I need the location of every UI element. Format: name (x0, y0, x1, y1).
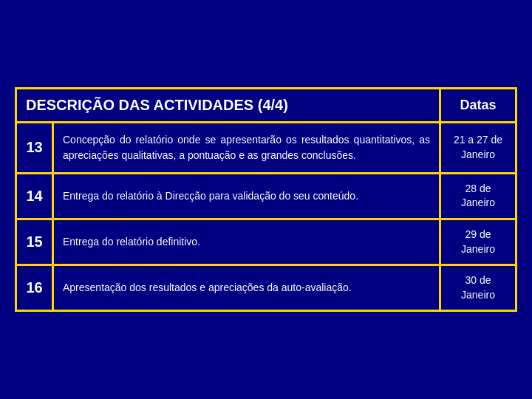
row-number-cell: 15 (17, 220, 54, 264)
row-description: Concepção do relatório onde se apresenta… (63, 132, 430, 163)
row-date: 29 de Janeiro (447, 228, 509, 256)
table-row: 13 Concepção do relatório onde se aprese… (17, 123, 515, 174)
table-row: 14 Entrega do relatório à Direcção para … (17, 174, 515, 220)
row-date: 30 de Janeiro (447, 273, 509, 302)
row-description-cell: Concepção do relatório onde se apresenta… (54, 123, 441, 172)
row-description-cell: Entrega do relatório definitivo. (54, 220, 441, 264)
row-date: 28 de Janeiro (447, 182, 509, 211)
main-table: DESCRIÇÃO DAS ACTIVIDADES (4/4) Datas 13… (15, 87, 517, 313)
table-row: 16 Apresentação dos resultados e aprecia… (17, 266, 515, 310)
row-number-cell: 16 (17, 266, 54, 310)
row-number-cell: 14 (17, 174, 54, 218)
row-description-cell: Apresentação dos resultados e apreciaçõe… (54, 266, 441, 310)
row-description: Entrega do relatório à Direcção para val… (63, 188, 358, 204)
dates-column-header: Datas (460, 98, 496, 113)
table-title: DESCRIÇÃO DAS ACTIVIDADES (4/4) (26, 97, 288, 113)
row-date: 21 a 27 de Janeiro (447, 133, 509, 162)
row-number: 14 (26, 188, 42, 205)
row-date-cell: 29 de Janeiro (441, 220, 515, 264)
table-header: DESCRIÇÃO DAS ACTIVIDADES (4/4) Datas (17, 89, 515, 123)
row-date-cell: 21 a 27 de Janeiro (441, 123, 515, 172)
row-number: 16 (26, 279, 42, 296)
row-description: Entrega do relatório definitivo. (63, 234, 200, 250)
row-description: Apresentação dos resultados e apreciaçõe… (63, 280, 352, 296)
row-description-cell: Entrega do relatório à Direcção para val… (54, 174, 441, 218)
row-number: 15 (26, 233, 42, 250)
row-number-cell: 13 (17, 123, 54, 172)
row-date-cell: 30 de Janeiro (441, 266, 515, 310)
row-number: 13 (26, 139, 42, 156)
header-dates-cell: Datas (441, 89, 515, 121)
row-date-cell: 28 de Janeiro (441, 174, 515, 218)
table-row: 15 Entrega do relatório definitivo. 29 d… (17, 220, 515, 266)
header-main-cell: DESCRIÇÃO DAS ACTIVIDADES (4/4) (17, 89, 441, 121)
